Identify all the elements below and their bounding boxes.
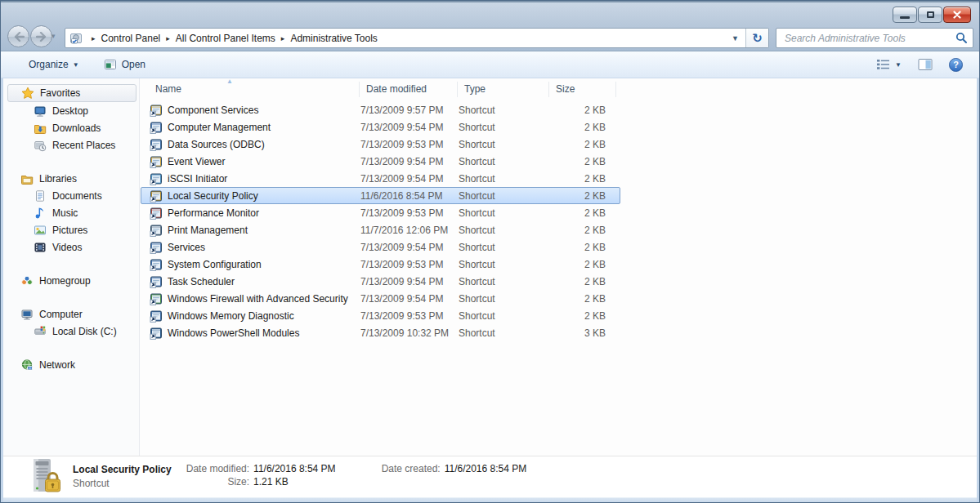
column-header-type[interactable]: Type	[458, 82, 549, 97]
sidebar-item-pictures[interactable]: Pictures	[1, 221, 139, 238]
file-name: Services	[168, 242, 205, 253]
column-header-size[interactable]: Size	[549, 82, 616, 97]
table-row[interactable]: Performance Monitor7/13/2009 9:53 PMShor…	[141, 204, 620, 221]
preview-pane-icon	[918, 58, 933, 71]
file-name: iSCSI Initiator	[168, 173, 227, 185]
table-row[interactable]: iSCSI Initiator7/13/2009 9:54 PMShortcut…	[141, 170, 620, 187]
sidebar-item-homegroup[interactable]: Homegroup	[1, 272, 139, 289]
sidebar-item-label: Favorites	[40, 87, 80, 99]
sidebar-item-favorites[interactable]: Favorites	[7, 84, 136, 102]
file-size: 2 KB	[550, 122, 609, 133]
sidebar-item-label: Libraries	[39, 173, 77, 185]
file-size: 2 KB	[550, 276, 609, 287]
open-button[interactable]: Open	[97, 55, 152, 74]
help-button[interactable]: ?	[944, 56, 968, 74]
refresh-button[interactable]: ↻	[745, 29, 768, 47]
forward-icon	[36, 32, 47, 42]
breadcrumb-arrow-icon: ▸	[281, 34, 285, 42]
column-headers: ▲ NameDate modifiedTypeSize	[141, 78, 979, 100]
table-row[interactable]: System Configuration7/13/2009 9:53 PMSho…	[141, 256, 620, 273]
window-frame-right	[977, 78, 979, 503]
file-date-modified: 7/13/2009 9:54 PM	[360, 122, 459, 133]
forward-button[interactable]	[30, 25, 52, 47]
search-box[interactable]	[776, 28, 973, 48]
sidebar-item-desktop[interactable]: Desktop	[1, 102, 139, 119]
views-button[interactable]: ▼	[871, 56, 906, 73]
chevron-down-icon: ▼	[73, 61, 79, 69]
table-row[interactable]: Event Viewer7/13/2009 9:54 PMShortcut2 K…	[141, 153, 620, 170]
sidebar-item-local-disk-c[interactable]: Local Disk (C:)	[1, 323, 139, 340]
window-frame-left	[1, 78, 3, 503]
back-button[interactable]	[7, 25, 29, 47]
videos-icon	[34, 241, 47, 254]
search-icon[interactable]	[955, 32, 968, 44]
file-type: Shortcut	[459, 259, 550, 270]
address-bar[interactable]: ▸ Control Panel ▸ All Control Panel Item…	[65, 28, 769, 48]
recent-pages-dropdown[interactable]: ▾	[51, 32, 56, 40]
documents-icon	[34, 189, 47, 203]
pictures-icon	[34, 224, 47, 237]
window-frame-bottom	[1, 497, 979, 503]
close-button[interactable]	[943, 7, 971, 23]
organize-button[interactable]: Organize ▼	[22, 55, 86, 74]
title-bar[interactable]: ▾ ▸ Control Panel ▸ All Control Panel It…	[1, 1, 979, 51]
table-row[interactable]: Task Scheduler7/13/2009 9:54 PMShortcut2…	[141, 273, 620, 290]
column-header-name[interactable]: Name	[149, 82, 360, 97]
sidebar-item-downloads[interactable]: Downloads	[1, 119, 139, 136]
breadcrumb-arrow-icon: ▸	[166, 34, 170, 42]
preview-pane-button[interactable]	[913, 56, 937, 73]
file-size: 2 KB	[550, 225, 609, 236]
sidebar-item-label: Downloads	[52, 122, 101, 134]
file-list: Component Services7/13/2009 9:57 PMShort…	[141, 101, 974, 341]
file-type: Shortcut	[459, 225, 550, 236]
sidebar-item-label: Desktop	[52, 105, 88, 117]
table-row[interactable]: Local Security Policy11/6/2016 8:54 PMSh…	[141, 187, 620, 204]
sidebar-item-music[interactable]: Music	[1, 204, 139, 221]
table-row[interactable]: Computer Management7/13/2009 9:54 PMShor…	[141, 118, 620, 136]
sidebar-item-label: Recent Places	[52, 140, 115, 151]
table-row[interactable]: Print Management11/7/2016 12:06 PMShortc…	[141, 221, 620, 238]
table-row[interactable]: Windows PowerShell Modules7/13/2009 10:3…	[141, 324, 620, 341]
windows-firewall-icon	[150, 292, 163, 305]
sidebar-item-computer[interactable]: Computer	[1, 305, 139, 323]
sidebar-item-recent-places[interactable]: Recent Places	[1, 136, 139, 154]
file-size: 2 KB	[550, 105, 609, 116]
file-type: Shortcut	[459, 190, 550, 202]
address-dropdown-icon[interactable]: ▼	[725, 34, 745, 42]
breadcrumb-administrative-tools[interactable]: Administrative Tools	[290, 33, 378, 44]
minimize-button[interactable]	[893, 7, 917, 23]
table-row[interactable]: Windows Firewall with Advanced Security7…	[141, 290, 620, 307]
back-icon	[13, 32, 25, 42]
table-row[interactable]: Data Sources (ODBC)7/13/2009 9:53 PMShor…	[141, 136, 620, 153]
file-type: Shortcut	[459, 327, 550, 339]
date-modified-label: Date modified:	[186, 463, 249, 474]
print-management-icon	[150, 224, 163, 237]
column-header-label: Type	[464, 83, 486, 95]
file-date-modified: 7/13/2009 9:53 PM	[360, 207, 459, 219]
file-type: Shortcut	[459, 139, 550, 150]
sidebar-item-documents[interactable]: Documents	[1, 187, 139, 204]
refresh-icon: ↻	[752, 31, 763, 46]
favorites-star-icon	[21, 87, 34, 100]
sidebar-item-label: Homegroup	[39, 275, 91, 287]
sidebar-item-libraries[interactable]: Libraries	[1, 170, 139, 187]
table-row[interactable]: Services7/13/2009 9:54 PMShortcut2 KB	[141, 238, 620, 256]
file-name: Component Services	[168, 105, 258, 116]
column-header-date-modified[interactable]: Date modified	[360, 82, 458, 97]
maximize-button[interactable]	[918, 7, 942, 23]
sidebar-item-label: Pictures	[52, 225, 87, 236]
file-size: 2 KB	[550, 259, 609, 270]
breadcrumb-control-panel[interactable]: Control Panel	[101, 33, 161, 44]
services-icon	[150, 241, 163, 254]
table-row[interactable]: Windows Memory Diagnostic7/13/2009 9:53 …	[141, 307, 620, 324]
downloads-icon	[34, 122, 47, 135]
sidebar-item-videos[interactable]: Videos	[1, 238, 139, 256]
breadcrumb-all-control-panel-items[interactable]: All Control Panel Items	[176, 33, 275, 44]
file-size: 2 KB	[550, 139, 609, 150]
powershell-modules-icon	[150, 327, 163, 340]
search-input[interactable]	[783, 32, 955, 45]
table-row[interactable]: Component Services7/13/2009 9:57 PMShort…	[141, 101, 620, 118]
file-date-modified: 7/13/2009 9:54 PM	[360, 276, 459, 287]
sidebar-item-network[interactable]: Network	[1, 356, 139, 373]
column-header-label: Size	[556, 83, 575, 95]
